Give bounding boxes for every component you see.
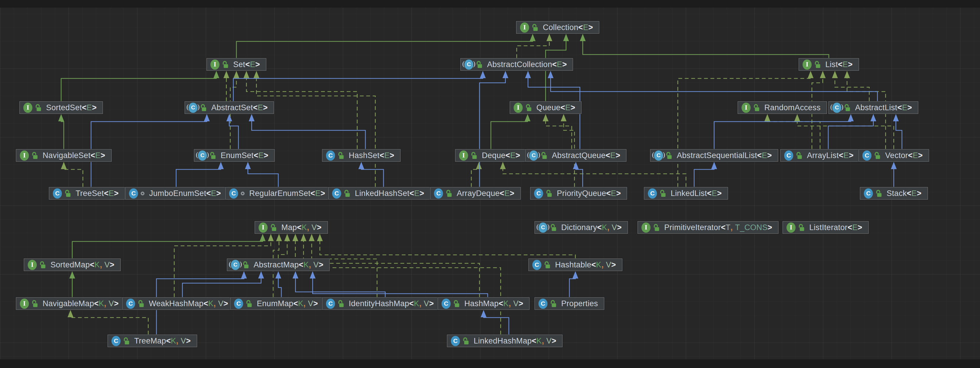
arrowhead-priorityQueue-queue bbox=[561, 114, 566, 121]
node-priorityQueue[interactable]: CPriorityQueue<E> bbox=[530, 187, 627, 200]
node-map[interactable]: IMap<K, V> bbox=[255, 221, 328, 234]
class-name-label: List<E> bbox=[825, 60, 853, 69]
class-name-label: LinkedList<E> bbox=[671, 189, 722, 198]
class-name-label: RegularEnumSet<E> bbox=[249, 189, 325, 198]
public-lock-icon bbox=[35, 104, 41, 112]
node-sortedMap[interactable]: ISortedMap<K, V> bbox=[24, 259, 121, 271]
interface-icon: I bbox=[20, 151, 29, 161]
public-lock-icon bbox=[210, 152, 216, 160]
node-treeSet[interactable]: CTreeSet<E> bbox=[49, 187, 125, 200]
edge-hashSet-abstractSet bbox=[251, 121, 365, 149]
node-arrayDeque[interactable]: CArrayDeque<E> bbox=[430, 187, 521, 200]
node-enumMap[interactable]: CEnumMap<K, V> bbox=[230, 297, 325, 310]
arrowhead-properties-hashtable bbox=[573, 271, 578, 279]
node-navigableSet[interactable]: INavigableSet<E> bbox=[16, 149, 112, 162]
node-list[interactable]: IList<E> bbox=[799, 58, 859, 71]
edge-priorityQueue-abstractQueue bbox=[576, 168, 583, 187]
public-lock-icon bbox=[471, 152, 477, 160]
arrowhead-enumSet-set bbox=[234, 71, 239, 78]
node-randomAccess[interactable]: IRandomAccess bbox=[738, 101, 827, 114]
arrowhead-deque-queue bbox=[525, 114, 531, 121]
class-name-label: NavigableSet<E> bbox=[43, 151, 105, 160]
node-abstractList[interactable]: (C)AbstractList<E> bbox=[828, 101, 918, 114]
node-queue[interactable]: IQueue<E> bbox=[509, 101, 582, 114]
arrowhead-priorityQueue-abstractQueue bbox=[573, 162, 579, 169]
public-lock-icon bbox=[65, 190, 71, 197]
arrowhead-weakHashMap-abstractMap bbox=[258, 271, 264, 279]
uml-diagram-canvas[interactable]: ICollection<E>ISet<E>(C)AbstractCollecti… bbox=[0, 0, 980, 368]
abstract-class-icon: (C) bbox=[654, 151, 663, 161]
node-abstractCollection[interactable]: (C)AbstractCollection<E> bbox=[460, 58, 573, 71]
node-treeMap[interactable]: CTreeMap<K, V> bbox=[107, 335, 197, 347]
public-lock-icon bbox=[32, 300, 38, 308]
public-lock-icon bbox=[476, 61, 482, 68]
node-identityHashMap[interactable]: CIdentityHashMap<K, V> bbox=[322, 297, 441, 310]
edge-identityHashMap-abstractMap bbox=[295, 278, 385, 297]
arrowhead-enumMap-abstractMap bbox=[275, 271, 282, 279]
arrowhead-jumboEnumSet-enumSet bbox=[218, 162, 224, 169]
node-sortedSet[interactable]: ISortedSet<E> bbox=[19, 101, 103, 114]
public-lock-icon bbox=[798, 224, 805, 232]
public-visibility-icon bbox=[550, 224, 557, 232]
class-name-label: Properties bbox=[561, 299, 598, 308]
class-icon: C bbox=[326, 298, 335, 309]
node-deque[interactable]: IDeque<E> bbox=[455, 149, 527, 162]
node-linkedHashMap[interactable]: CLinkedHashMap<K, V> bbox=[447, 335, 563, 347]
class-name-label: TreeMap<K, V> bbox=[134, 336, 191, 346]
node-listIterator[interactable]: IListIterator<E> bbox=[783, 221, 869, 234]
node-hashMap[interactable]: CHashMap<K, V> bbox=[438, 297, 530, 310]
public-lock-icon bbox=[338, 152, 344, 160]
node-enumSet[interactable]: (C)EnumSet<E> bbox=[194, 149, 275, 162]
abstract-class-icon: (C) bbox=[198, 151, 207, 161]
node-regularEnumSet[interactable]: CRegularEnumSet<E> bbox=[225, 187, 331, 200]
node-hashtable[interactable]: CHashtable<K, V> bbox=[528, 259, 622, 271]
node-hashSet[interactable]: CHashSet<E> bbox=[322, 149, 401, 162]
arrowhead-vector-randomAccess bbox=[794, 114, 800, 121]
edge-abstractMap-map bbox=[278, 241, 288, 259]
arrowhead-treeMap-navigableMap bbox=[68, 310, 73, 317]
public-visibility-icon bbox=[338, 300, 344, 308]
node-arrayList[interactable]: CArrayList<E> bbox=[780, 149, 860, 162]
node-linkedHashSet[interactable]: CLinkedHashSet<E> bbox=[328, 187, 431, 200]
node-jumboEnumSet[interactable]: CJumboEnumSet<E> bbox=[125, 187, 228, 200]
node-abstractQueue[interactable]: (C)AbstractQueue<E> bbox=[525, 149, 627, 162]
edge-vector-abstractList bbox=[896, 121, 902, 149]
node-dictionary[interactable]: (C)Dictionary<K, V> bbox=[535, 221, 628, 234]
arrowhead-linkedList-list bbox=[808, 71, 814, 78]
node-weakHashMap[interactable]: CWeakHashMap<K, V> bbox=[122, 297, 235, 310]
arrowhead-treeSet-navigableSet bbox=[61, 162, 67, 169]
arrowhead-abstractSequentialList-abstractList bbox=[848, 114, 854, 121]
class-icon: C bbox=[862, 151, 872, 161]
interface-icon: I bbox=[459, 151, 468, 161]
interface-icon: I bbox=[210, 59, 220, 70]
arrowhead-navigableMap-sortedMap bbox=[70, 271, 75, 279]
class-name-label: Hashtable<K, V> bbox=[555, 260, 616, 270]
node-properties[interactable]: CProperties bbox=[535, 297, 605, 310]
public-lock-icon bbox=[546, 190, 552, 197]
edge-abstractSequentialList-abstractList bbox=[714, 121, 851, 149]
public-visibility-icon bbox=[40, 261, 46, 269]
node-navigableMap[interactable]: INavigableMap<K, V> bbox=[16, 297, 125, 310]
node-set[interactable]: ISet<E> bbox=[206, 58, 266, 71]
arrowhead-treeSet-abstractSet bbox=[204, 114, 210, 121]
node-abstractSet[interactable]: (C)AbstractSet<E> bbox=[185, 101, 274, 114]
relationship-edges-layer bbox=[0, 0, 980, 368]
class-icon: C bbox=[229, 189, 238, 198]
node-primitiveIterator[interactable]: IPrimitiveIterator<T, T_CONS> bbox=[637, 221, 779, 234]
node-linkedList[interactable]: CLinkedList<E> bbox=[644, 187, 728, 200]
public-lock-icon bbox=[344, 190, 350, 197]
class-icon: C bbox=[648, 189, 657, 198]
public-lock-icon bbox=[242, 261, 249, 269]
node-vector[interactable]: CVector<E> bbox=[858, 149, 929, 162]
public-visibility-icon bbox=[814, 61, 821, 68]
class-icon: C bbox=[111, 336, 121, 346]
class-name-label: ListIterator<E> bbox=[809, 223, 862, 232]
edge-treeSet-navigableSet bbox=[64, 168, 83, 187]
node-stack[interactable]: CStack<E> bbox=[860, 187, 928, 200]
node-collection[interactable]: ICollection<E> bbox=[516, 21, 600, 34]
node-abstractSequentialList[interactable]: (C)AbstractSequentialList<E> bbox=[650, 149, 778, 162]
public-lock-icon bbox=[463, 337, 469, 345]
node-abstractMap[interactable]: (C)AbstractMap<K, V> bbox=[227, 259, 330, 271]
public-visibility-icon bbox=[200, 104, 207, 112]
class-name-label: Queue<E> bbox=[536, 103, 575, 112]
